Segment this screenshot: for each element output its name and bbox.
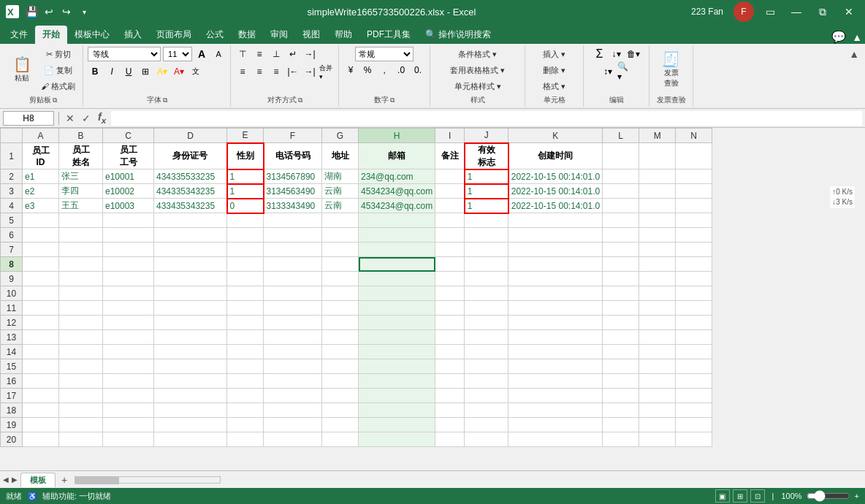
cell-A1[interactable]: 员工ID — [23, 143, 59, 169]
col-header-M[interactable]: M — [639, 129, 676, 143]
cell-K8[interactable] — [508, 257, 603, 272]
col-header-I[interactable]: I — [435, 129, 465, 143]
col-header-H[interactable]: H — [359, 129, 435, 143]
align-top-btn[interactable]: ⊤ — [235, 47, 250, 61]
format-cells-btn[interactable]: 格式 ▾ — [530, 79, 579, 93]
cell-F8[interactable] — [264, 257, 322, 272]
cell-D4[interactable]: 433435343235 — [154, 199, 227, 213]
cell-H1[interactable]: 邮箱 — [359, 143, 435, 169]
cell-C2[interactable]: e10001 — [103, 169, 154, 184]
cell-C7[interactable] — [103, 243, 154, 257]
cell-C5[interactable] — [103, 213, 154, 228]
cell-A2[interactable]: e1 — [23, 169, 59, 184]
confirm-formula-icon[interactable]: ✓ — [80, 112, 93, 124]
cell-I5[interactable] — [435, 213, 465, 228]
tab-formula[interactable]: 公式 — [199, 26, 231, 44]
cell-K3[interactable]: 2022-10-15 00:14:01.0 — [508, 184, 603, 199]
cell-A4[interactable]: e3 — [23, 199, 59, 213]
cell-J6[interactable] — [465, 228, 508, 243]
cell-I4[interactable] — [435, 199, 465, 213]
cell-E6[interactable] — [227, 228, 264, 243]
col-header-A[interactable]: A — [23, 129, 59, 143]
align-bottom-btn[interactable]: ⊥ — [269, 47, 283, 61]
table-style-btn[interactable]: 套用表格格式 ▾ — [435, 63, 520, 77]
col-header-K[interactable]: K — [508, 129, 603, 143]
undo-qa-btn[interactable]: ↩ — [41, 4, 57, 20]
number-expand-icon[interactable]: ⧉ — [390, 96, 395, 104]
cell-C4[interactable]: e10003 — [103, 199, 154, 213]
cell-G7[interactable] — [322, 243, 359, 257]
cell-L6[interactable] — [603, 228, 639, 243]
autosum-btn[interactable]: Σ — [592, 47, 607, 61]
cell-H5[interactable] — [359, 213, 435, 228]
cell-N8[interactable] — [676, 257, 712, 272]
formula-input[interactable] — [111, 111, 862, 126]
cell-I8[interactable] — [435, 257, 465, 272]
cell-J8[interactable] — [465, 257, 508, 272]
col-header-N[interactable]: N — [676, 129, 712, 143]
cell-E8[interactable] — [227, 257, 264, 272]
tab-template[interactable]: 模板中心 — [67, 26, 117, 44]
cell-C6[interactable] — [103, 228, 154, 243]
tab-layout[interactable]: 页面布局 — [149, 26, 199, 44]
cell-M4[interactable] — [639, 199, 676, 213]
cell-A6[interactable] — [23, 228, 59, 243]
tab-file[interactable]: 文件 — [3, 26, 35, 44]
comma-btn[interactable]: , — [377, 63, 392, 77]
cell-B1[interactable]: 员工姓名 — [59, 143, 103, 169]
tab-scroll-left-btn[interactable]: ◀ — [3, 476, 9, 484]
h-scrollbar-track[interactable] — [75, 476, 221, 484]
cell-F2[interactable]: 3134567890 — [264, 169, 322, 184]
cell-B7[interactable] — [59, 243, 103, 257]
number-format-select[interactable]: 常规 — [355, 47, 414, 61]
tab-search[interactable]: 🔍 操作说明搜索 — [418, 26, 498, 44]
tab-scroll-right-btn[interactable]: ▶ — [12, 476, 18, 484]
delete-cells-btn[interactable]: 删除 ▾ — [530, 63, 579, 77]
cell-L3[interactable] — [603, 184, 639, 199]
cell-D6[interactable] — [154, 228, 227, 243]
copy-button[interactable]: 📄 复制 — [38, 63, 78, 77]
cell-E7[interactable] — [227, 243, 264, 257]
cell-D1[interactable]: 身份证号 — [154, 143, 227, 169]
cell-G1[interactable]: 地址 — [322, 143, 359, 169]
fill-color-button[interactable]: A▾ — [155, 64, 169, 79]
add-sheet-btn[interactable]: + — [57, 473, 72, 487]
cell-A8[interactable] — [23, 257, 59, 272]
col-header-G[interactable]: G — [322, 129, 359, 143]
cell-E1[interactable]: 性别 — [227, 143, 264, 169]
cell-F4[interactable]: 3133343490 — [264, 199, 322, 213]
cell-G8[interactable] — [322, 257, 359, 272]
insert-cells-btn[interactable]: 插入 ▾ — [530, 47, 579, 61]
col-header-B[interactable]: B — [59, 129, 103, 143]
col-header-D[interactable]: D — [154, 129, 227, 143]
cell-G4[interactable]: 云南 — [322, 199, 359, 213]
cell-G6[interactable] — [322, 228, 359, 243]
align-left-btn[interactable]: ≡ — [235, 64, 250, 79]
cell-C8[interactable] — [103, 257, 154, 272]
cell-J1[interactable]: 有效标志 — [465, 143, 508, 169]
tab-data[interactable]: 数据 — [231, 26, 263, 44]
col-header-L[interactable]: L — [603, 129, 639, 143]
normal-view-btn[interactable]: ▣ — [715, 489, 730, 503]
cell-N1[interactable] — [676, 143, 712, 169]
decimal-decrease-btn[interactable]: 0. — [411, 63, 425, 77]
font-name-select[interactable]: 等线 — [88, 47, 161, 61]
merge-btn[interactable]: 合并▾ — [319, 64, 334, 79]
cell-D5[interactable] — [154, 213, 227, 228]
format-painter-button[interactable]: 🖌 格式刷 — [38, 79, 78, 93]
cell-F6[interactable] — [264, 228, 322, 243]
tab-review[interactable]: 审阅 — [263, 26, 295, 44]
tab-home[interactable]: 开始 — [35, 26, 67, 44]
invoice-verify-btn[interactable]: 🧾 发票查验 — [657, 50, 686, 91]
cell-I2[interactable] — [435, 169, 465, 184]
tab-pdf[interactable]: PDF工具集 — [359, 26, 418, 44]
align-right-btn[interactable]: ≡ — [269, 64, 283, 79]
cell-B8[interactable] — [59, 257, 103, 272]
cell-M7[interactable] — [639, 243, 676, 257]
cell-E4[interactable]: 0 — [227, 199, 264, 213]
cell-H8[interactable] — [359, 257, 435, 272]
insert-function-icon[interactable]: fx — [96, 111, 108, 125]
cell-J3[interactable]: 1 — [465, 184, 508, 199]
cell-M8[interactable] — [639, 257, 676, 272]
cell-M6[interactable] — [639, 228, 676, 243]
